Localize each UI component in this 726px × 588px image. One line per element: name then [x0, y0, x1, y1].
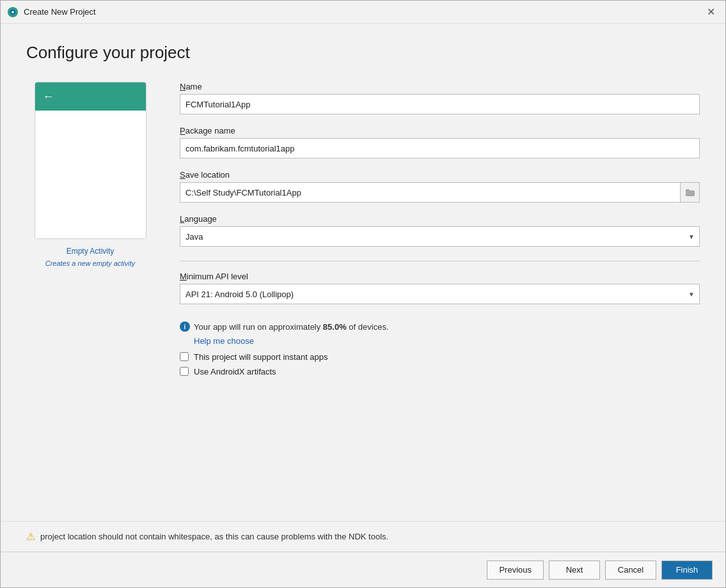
app-icon: [7, 6, 19, 18]
min-api-select[interactable]: API 21: Android 5.0 (Lollipop) API 16: A…: [180, 284, 700, 304]
info-icon: i: [180, 321, 190, 332]
package-input[interactable]: [180, 138, 700, 159]
warning-icon: ⚠: [26, 530, 35, 543]
page-title: Configure your project: [26, 43, 700, 63]
min-api-label: Minimum API level: [180, 272, 700, 281]
androidx-checkbox[interactable]: [180, 367, 189, 376]
previous-button[interactable]: Previous: [487, 561, 544, 580]
activity-description: Creates a new empty activity: [45, 259, 136, 267]
folder-icon: [686, 189, 695, 196]
warning-text: project location should not contain whit…: [40, 532, 388, 541]
warning-bar: ⚠ project location should not contain wh…: [1, 521, 725, 552]
save-location-group: Save location: [180, 170, 700, 203]
window-title: Create New Project: [24, 7, 96, 17]
phone-preview: ←: [35, 82, 146, 239]
footer-bar: Previous Next Cancel Finish: [1, 552, 725, 587]
min-api-group: Minimum API level API 21: Android 5.0 (L…: [180, 272, 700, 304]
back-arrow-icon: ←: [43, 90, 54, 104]
finish-button[interactable]: Finish: [661, 561, 713, 580]
save-input-wrapper: [180, 182, 700, 203]
androidx-label: Use AndroidX artifacts: [194, 367, 276, 376]
name-group: Name: [180, 82, 700, 114]
content-area: Configure your project ← Empty Activity …: [1, 24, 725, 521]
api-info-row: i Your app will run on approximately 85.…: [180, 321, 700, 334]
instant-apps-label: This project will support instant apps: [194, 352, 328, 362]
close-button[interactable]: ✕: [703, 6, 719, 19]
divider: [180, 261, 700, 261]
language-group: Language Java Kotlin ▼: [180, 214, 700, 247]
next-button[interactable]: Next: [549, 561, 600, 580]
language-label: Language: [180, 214, 700, 224]
language-select[interactable]: Java Kotlin: [180, 226, 700, 247]
cancel-button[interactable]: Cancel: [605, 561, 656, 580]
name-label: Name: [180, 82, 700, 91]
package-label: Package name: [180, 126, 700, 135]
instant-apps-row: This project will support instant apps: [180, 352, 700, 362]
package-group: Package name: [180, 126, 700, 159]
min-api-select-wrapper: API 21: Android 5.0 (Lollipop) API 16: A…: [180, 284, 700, 304]
svg-point-2: [12, 11, 14, 13]
name-input[interactable]: [180, 94, 700, 114]
main-window: Create New Project ✕ Configure your proj…: [0, 0, 726, 588]
phone-body: [35, 111, 146, 238]
androidx-row: Use AndroidX artifacts: [180, 367, 700, 376]
save-label: Save location: [180, 170, 700, 180]
phone-header: ←: [35, 82, 146, 111]
save-location-input[interactable]: [180, 182, 700, 203]
svg-rect-4: [686, 189, 690, 191]
activity-label: Empty Activity: [67, 247, 114, 256]
left-panel: ← Empty Activity Creates a new empty act…: [26, 82, 154, 521]
browse-folder-button[interactable]: [680, 183, 699, 202]
right-panel: Name Package name Save location: [180, 82, 700, 521]
title-bar-left: Create New Project: [7, 6, 96, 18]
main-row: ← Empty Activity Creates a new empty act…: [26, 82, 700, 521]
help-me-choose-link[interactable]: Help me choose: [194, 336, 700, 346]
instant-apps-checkbox[interactable]: [180, 352, 189, 361]
svg-rect-3: [686, 190, 695, 196]
language-select-wrapper: Java Kotlin ▼: [180, 226, 700, 247]
title-bar: Create New Project ✕: [1, 1, 725, 24]
api-info-text: Your app will run on approximately 85.0%…: [194, 321, 389, 334]
